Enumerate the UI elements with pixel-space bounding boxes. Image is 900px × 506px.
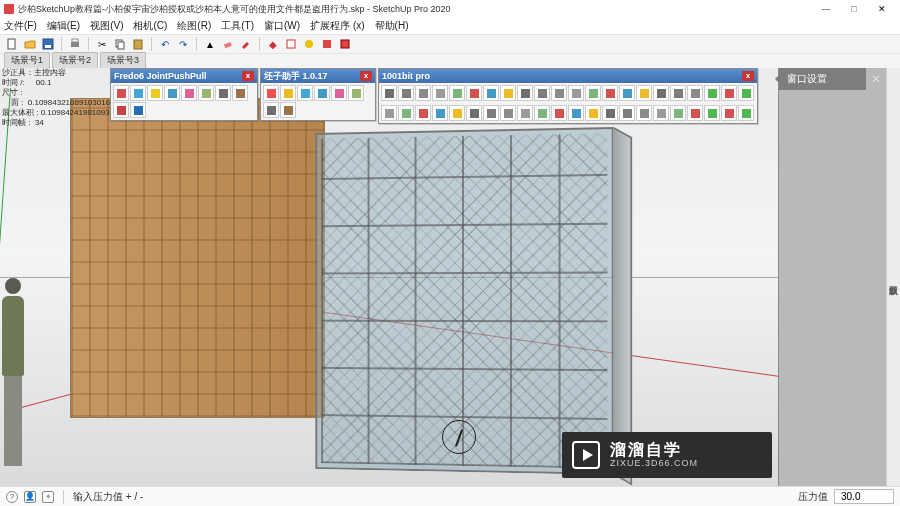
1001bit-a-11-icon[interactable] [568,85,584,101]
1001bit-a-18-icon[interactable] [687,85,703,101]
close-icon[interactable]: x [360,71,372,81]
1001bit-b-16-icon[interactable] [653,105,669,121]
geo-icon[interactable]: ⌖ [42,491,54,503]
measure-input[interactable]: 30.0 [834,489,894,504]
1001bit-a-12-icon[interactable] [585,85,601,101]
maximize-button[interactable]: □ [840,1,868,17]
print-icon[interactable] [67,36,83,52]
1001bit-a-6-icon[interactable] [483,85,499,101]
save-icon[interactable] [40,36,56,52]
scene-tab-3[interactable]: 场景号3 [100,52,146,68]
1001bit-a-2-icon[interactable] [415,85,431,101]
pizi-btn-7-icon[interactable] [280,102,296,118]
menu-edit[interactable]: 编辑(E) [47,19,80,33]
1001bit-a-17-icon[interactable] [670,85,686,101]
1001bit-a-13-icon[interactable] [602,85,618,101]
1001bit-a-9-icon[interactable] [534,85,550,101]
menu-extensions[interactable]: 扩展程序 (x) [310,19,364,33]
1001bit-b-7-icon[interactable] [500,105,516,121]
1001bit-b-2-icon[interactable] [415,105,431,121]
pizi-btn-2-icon[interactable] [297,85,313,101]
1001bit-b-9-icon[interactable] [534,105,550,121]
right-strip[interactable]: 默认面板 [886,68,900,486]
1001bit-b-21-icon[interactable] [738,105,754,121]
1001bit-b-17-icon[interactable] [670,105,686,121]
jpp-btn-9-icon[interactable] [130,102,146,118]
jpp-btn-3-icon[interactable] [164,85,180,101]
pizi-btn-0-icon[interactable] [263,85,279,101]
tray-close-icon[interactable]: ✕ [866,68,886,486]
1001bit-b-20-icon[interactable] [721,105,737,121]
pizi-btn-5-icon[interactable] [348,85,364,101]
pizi-btn-1-icon[interactable] [280,85,296,101]
ext-e-icon[interactable] [337,36,353,52]
1001bit-a-15-icon[interactable] [636,85,652,101]
copy-icon[interactable] [112,36,128,52]
close-button[interactable]: ✕ [868,1,896,17]
menu-draw[interactable]: 绘图(R) [177,19,211,33]
1001bit-b-8-icon[interactable] [517,105,533,121]
close-icon[interactable]: x [242,71,254,81]
person-icon[interactable]: 👤 [24,491,36,503]
toolbar-jointpushpull[interactable]: Fredo6 JointPushPullx [110,68,258,121]
pizi-btn-4-icon[interactable] [331,85,347,101]
pizi-btn-3-icon[interactable] [314,85,330,101]
help-icon[interactable]: ? [6,491,18,503]
1001bit-a-5-icon[interactable] [466,85,482,101]
1001bit-a-7-icon[interactable] [500,85,516,101]
scene-tab-1[interactable]: 场景号1 [4,52,50,68]
jpp-btn-8-icon[interactable] [113,102,129,118]
paste-icon[interactable] [130,36,146,52]
1001bit-b-4-icon[interactable] [449,105,465,121]
select-icon[interactable]: ▲ [202,36,218,52]
jpp-btn-2-icon[interactable] [147,85,163,101]
menu-tools[interactable]: 工具(T) [221,19,254,33]
1001bit-a-3-icon[interactable] [432,85,448,101]
open-icon[interactable] [22,36,38,52]
1001bit-b-14-icon[interactable] [619,105,635,121]
paint-icon[interactable] [238,36,254,52]
eraser-icon[interactable] [220,36,236,52]
jpp-btn-4-icon[interactable] [181,85,197,101]
1001bit-a-4-icon[interactable] [449,85,465,101]
1001bit-a-0-icon[interactable] [381,85,397,101]
1001bit-a-8-icon[interactable] [517,85,533,101]
1001bit-b-12-icon[interactable] [585,105,601,121]
viewport[interactable]: 沙正具：主控内容 时间 /: 00.1 尺寸 : 面 : 0.109843210… [0,68,778,486]
scene-tab-2[interactable]: 场景号2 [52,52,98,68]
ext-a-icon[interactable]: ◆ [265,36,281,52]
tray-header[interactable]: 窗口设置 [779,68,866,90]
1001bit-a-21-icon[interactable] [738,85,754,101]
jpp-btn-7-icon[interactable] [232,85,248,101]
1001bit-b-1-icon[interactable] [398,105,414,121]
ext-c-icon[interactable] [301,36,317,52]
pizi-btn-6-icon[interactable] [263,102,279,118]
jpp-btn-5-icon[interactable] [198,85,214,101]
cut-icon[interactable]: ✂ [94,36,110,52]
1001bit-a-1-icon[interactable] [398,85,414,101]
1001bit-b-3-icon[interactable] [432,105,448,121]
ext-d-icon[interactable] [319,36,335,52]
undo-icon[interactable]: ↶ [157,36,173,52]
menu-help[interactable]: 帮助(H) [375,19,409,33]
1001bit-b-15-icon[interactable] [636,105,652,121]
minimize-button[interactable]: — [812,1,840,17]
menu-file[interactable]: 文件(F) [4,19,37,33]
toolbar-pizi[interactable]: 坯子助手 1.0.17x [260,68,376,121]
new-icon[interactable] [4,36,20,52]
1001bit-a-20-icon[interactable] [721,85,737,101]
jpp-btn-6-icon[interactable] [215,85,231,101]
1001bit-b-5-icon[interactable] [466,105,482,121]
redo-icon[interactable]: ↷ [175,36,191,52]
toolbar-1001bit[interactable]: 1001bit prox [378,68,758,124]
1001bit-b-18-icon[interactable] [687,105,703,121]
1001bit-b-13-icon[interactable] [602,105,618,121]
menu-window[interactable]: 窗口(W) [264,19,300,33]
1001bit-a-14-icon[interactable] [619,85,635,101]
jpp-btn-0-icon[interactable] [113,85,129,101]
1001bit-b-10-icon[interactable] [551,105,567,121]
1001bit-b-0-icon[interactable] [381,105,397,121]
1001bit-a-19-icon[interactable] [704,85,720,101]
menu-view[interactable]: 视图(V) [90,19,123,33]
1001bit-b-6-icon[interactable] [483,105,499,121]
